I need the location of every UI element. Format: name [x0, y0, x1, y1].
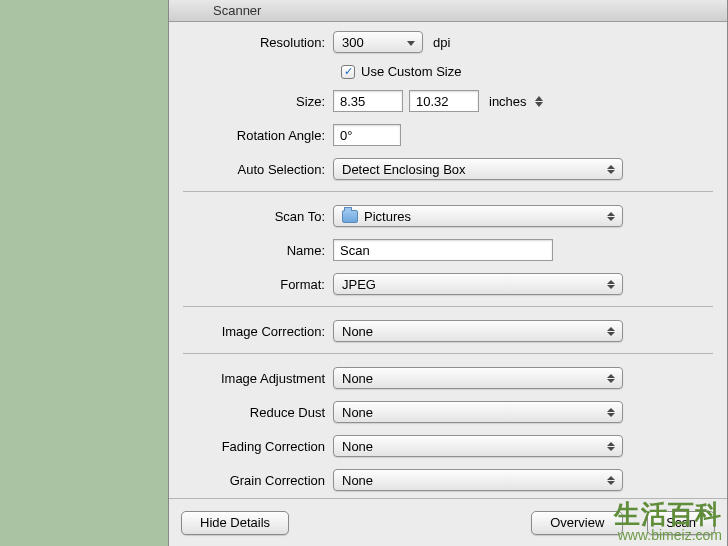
- use-custom-size-checkbox[interactable]: ✓: [341, 65, 355, 79]
- resolution-label: Resolution:: [183, 35, 333, 50]
- format-label: Format:: [183, 277, 333, 292]
- reduce-dust-value: None: [342, 405, 373, 420]
- updown-icon: [604, 473, 618, 487]
- scan-to-value: Pictures: [364, 209, 411, 224]
- size-label: Size:: [183, 94, 333, 109]
- image-correction-label: Image Correction:: [183, 324, 333, 339]
- titlebar: Scanner: [169, 0, 727, 22]
- divider: [183, 306, 713, 307]
- size-width-input[interactable]: [333, 90, 403, 112]
- divider: [183, 353, 713, 354]
- settings-panel: Resolution: 300 dpi ✓ Use Custom Size Si…: [169, 22, 727, 498]
- bottom-bar: Hide Details Overview Scan: [169, 498, 727, 546]
- scan-to-label: Scan To:: [183, 209, 333, 224]
- grain-correction-dropdown[interactable]: None: [333, 469, 623, 491]
- overview-button[interactable]: Overview: [531, 511, 623, 535]
- reduce-dust-dropdown[interactable]: None: [333, 401, 623, 423]
- updown-icon: [604, 371, 618, 385]
- window-title: Scanner: [213, 3, 261, 18]
- auto-selection-label: Auto Selection:: [183, 162, 333, 177]
- hide-details-button[interactable]: Hide Details: [181, 511, 289, 535]
- fading-correction-label: Fading Correction: [183, 439, 333, 454]
- grain-correction-label: Grain Correction: [183, 473, 333, 488]
- image-correction-value: None: [342, 324, 373, 339]
- format-dropdown[interactable]: JPEG: [333, 273, 623, 295]
- fading-correction-value: None: [342, 439, 373, 454]
- resolution-unit: dpi: [433, 35, 450, 50]
- folder-icon: [342, 210, 358, 223]
- updown-icon: [604, 405, 618, 419]
- scan-to-dropdown[interactable]: Pictures: [333, 205, 623, 227]
- use-custom-size-label: Use Custom Size: [361, 64, 461, 79]
- fading-correction-dropdown[interactable]: None: [333, 435, 623, 457]
- updown-icon: [604, 324, 618, 338]
- updown-icon: [604, 439, 618, 453]
- scanner-window: Scanner Resolution: 300 dpi ✓ Use Custom…: [168, 0, 728, 546]
- chevron-down-icon: [404, 35, 418, 49]
- scan-button[interactable]: Scan: [647, 511, 715, 535]
- image-adjustment-value: None: [342, 371, 373, 386]
- updown-icon: [604, 209, 618, 223]
- image-correction-dropdown[interactable]: None: [333, 320, 623, 342]
- rotation-label: Rotation Angle:: [183, 128, 333, 143]
- format-value: JPEG: [342, 277, 376, 292]
- name-input[interactable]: [333, 239, 553, 261]
- resolution-value: 300: [342, 35, 364, 50]
- chevron-down-icon: [535, 102, 543, 107]
- name-label: Name:: [183, 243, 333, 258]
- image-adjustment-dropdown[interactable]: None: [333, 367, 623, 389]
- rotation-input[interactable]: [333, 124, 401, 146]
- image-adjustment-label: Image Adjustment: [183, 371, 333, 386]
- updown-icon: [604, 277, 618, 291]
- size-unit: inches: [489, 94, 527, 109]
- updown-icon: [604, 162, 618, 176]
- size-unit-stepper[interactable]: [535, 96, 543, 107]
- resolution-dropdown[interactable]: 300: [333, 31, 423, 53]
- chevron-up-icon: [535, 96, 543, 101]
- grain-correction-value: None: [342, 473, 373, 488]
- auto-selection-value: Detect Enclosing Box: [342, 162, 466, 177]
- reduce-dust-label: Reduce Dust: [183, 405, 333, 420]
- auto-selection-dropdown[interactable]: Detect Enclosing Box: [333, 158, 623, 180]
- divider: [183, 191, 713, 192]
- size-height-input[interactable]: [409, 90, 479, 112]
